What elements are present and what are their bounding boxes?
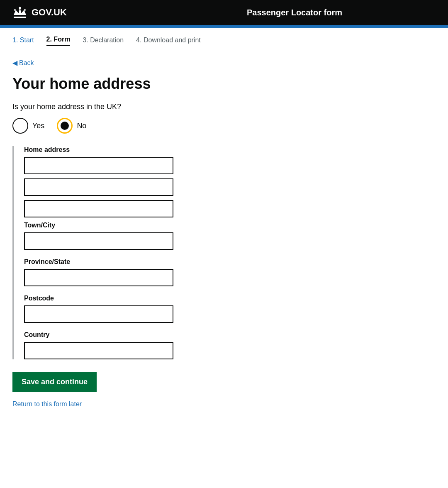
radio-yes-label: Yes [32, 122, 44, 130]
postcode-group: Postcode [24, 295, 436, 323]
province-state-label: Province/State [24, 258, 436, 266]
postcode-input[interactable] [24, 305, 173, 323]
country-input[interactable] [24, 342, 173, 359]
postcode-label: Postcode [24, 295, 436, 302]
save-continue-button[interactable]: Save and continue [12, 372, 97, 392]
question-label: Is your home address in the UK? [12, 102, 436, 111]
return-later-link[interactable]: Return to this form later [12, 400, 436, 408]
form-actions: Save and continue Return to this form la… [12, 372, 436, 408]
back-link[interactable]: ◀ Back [12, 59, 34, 67]
radio-no-option[interactable]: No [57, 118, 86, 134]
progress-bar [0, 25, 448, 28]
country-label: Country [24, 331, 436, 339]
page-title: Your home address [12, 75, 436, 93]
step-3-declaration: 3. Declaration [83, 37, 124, 46]
address-section: Home address Town/City Province/State Po… [12, 146, 436, 359]
gov-logo: GOV.UK [12, 7, 153, 18]
radio-no-circle[interactable] [57, 118, 73, 134]
address-line-1-input[interactable] [24, 157, 173, 174]
page-header-title: Passenger Locator form [153, 8, 436, 17]
svg-point-1 [14, 9, 16, 11]
back-link-container: ◀ Back [0, 52, 448, 71]
radio-yes-option[interactable]: Yes [12, 118, 44, 134]
main-content: Your home address Is your home address i… [0, 71, 448, 425]
crown-icon [12, 7, 27, 18]
address-lines-group: Home address [24, 146, 436, 217]
site-header: GOV.UK Passenger Locator form [0, 0, 448, 25]
step-2-form: 2. Form [46, 36, 71, 46]
radio-yes-circle[interactable] [12, 118, 28, 134]
step-1-start[interactable]: 1. Start [12, 37, 34, 46]
address-line-3-input[interactable] [24, 200, 173, 217]
step-4-download: 4. Download and print [136, 37, 201, 46]
address-line-2-input[interactable] [24, 178, 173, 196]
town-city-input[interactable] [24, 232, 173, 250]
uk-address-radio-group: Yes No [12, 118, 436, 134]
radio-no-dot [61, 122, 69, 130]
address-label: Home address [24, 146, 436, 154]
radio-no-label: No [77, 122, 86, 130]
country-group: Country [24, 331, 436, 359]
town-city-group: Town/City [24, 222, 436, 250]
back-arrow-icon: ◀ [12, 59, 17, 67]
steps-navigation: 1. Start 2. Form 3. Declaration 4. Downl… [0, 28, 448, 52]
town-city-label: Town/City [24, 222, 436, 229]
svg-point-2 [24, 9, 26, 11]
logo-text: GOV.UK [32, 7, 67, 18]
province-state-input[interactable] [24, 269, 173, 286]
province-state-group: Province/State [24, 258, 436, 286]
back-link-label: Back [19, 59, 34, 67]
svg-point-0 [19, 7, 21, 9]
